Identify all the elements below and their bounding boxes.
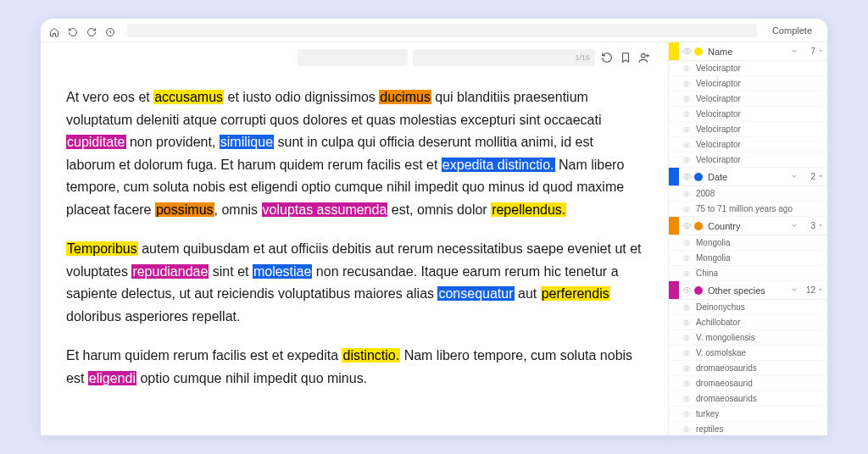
highlight-yellow[interactable]: repellendus. [491,202,566,217]
entity-item[interactable]: Velociraptor [669,107,827,122]
entity-item[interactable]: 2008 [669,186,827,202]
highlight-orange[interactable]: ducimus [379,90,431,104]
entity-item[interactable]: Deinonychus [669,300,827,315]
visibility-toggle-icon[interactable] [679,125,694,134]
category-header[interactable]: Name7 [669,42,827,61]
entity-item[interactable]: reptiles [669,422,827,435]
entity-item[interactable]: Achillobator [669,315,827,330]
chevron-down-icon[interactable] [790,221,802,231]
visibility-toggle-icon[interactable] [679,95,694,103]
entity-item[interactable]: V. osmolskae [669,346,827,361]
app-window: Complete 1/16 At vero eos et accusamus e… [41,19,827,435]
entity-item[interactable]: dromaeosaurids [669,361,827,376]
find-field-1[interactable] [298,49,408,66]
visibility-toggle-icon[interactable] [679,269,694,278]
entity-item[interactable]: dromaeosaurid [669,376,827,391]
entity-item[interactable]: Mongolia [669,251,827,266]
category-header[interactable]: Date2 [669,168,827,186]
entity-item[interactable]: turkey [669,407,827,422]
visibility-toggle-icon[interactable] [679,303,694,312]
visibility-toggle-icon[interactable] [679,410,694,418]
history-icon[interactable] [105,25,115,36]
complete-button[interactable]: Complete [765,24,819,37]
visibility-toggle-icon[interactable] [679,239,694,247]
visibility-toggle-icon[interactable] [679,334,694,342]
visibility-toggle-icon[interactable] [679,379,694,388]
caret-down-icon[interactable] [817,221,827,230]
visibility-toggle-icon[interactable] [679,47,694,56]
caret-down-icon[interactable] [817,172,827,181]
entity-item[interactable]: China [669,266,827,281]
category-color-stripe [669,42,679,60]
visibility-toggle-icon[interactable] [679,364,694,373]
visibility-toggle-icon[interactable] [679,64,694,73]
highlight-yellow[interactable]: perferendis [541,286,610,301]
visibility-toggle-icon[interactable] [679,395,694,403]
visibility-toggle-icon[interactable] [679,190,694,198]
highlight-magenta[interactable]: voluptas assumenda [262,202,388,217]
visibility-toggle-icon[interactable] [679,172,694,181]
visibility-toggle-icon[interactable] [679,254,694,263]
person-add-icon[interactable] [637,51,651,64]
entity-item[interactable]: Velociraptor [669,152,827,168]
category-header[interactable]: Other species12 [669,281,827,300]
svg-point-2 [686,50,688,53]
highlight-blue[interactable]: consequatur [437,286,514,301]
visibility-toggle-icon[interactable] [679,110,694,119]
entity-item[interactable]: Mongolia [669,235,827,251]
visibility-toggle-icon[interactable] [679,221,694,230]
entity-item[interactable]: dromaeosaurids [669,391,827,407]
highlight-blue[interactable]: molestiae [253,264,312,279]
highlight-magenta[interactable]: cupiditate [66,135,126,149]
refresh-icon[interactable] [86,25,97,36]
chevron-down-icon[interactable] [790,47,802,57]
entity-item[interactable]: Velociraptor [669,137,827,152]
svg-point-6 [686,113,688,115]
find-field-2[interactable]: 1/16 [413,49,595,66]
category-name: Country [708,221,790,231]
entity-label: V. mongoliensis [694,333,827,342]
highlight-blue[interactable]: expedita distinctio. [442,158,555,172]
highlight-magenta[interactable]: eligendi [88,371,136,385]
svg-point-24 [686,397,688,400]
reload-icon[interactable] [68,25,78,36]
entity-item[interactable]: Velociraptor [669,91,827,107]
category-count: 2 [802,172,817,181]
entity-label: Velociraptor [694,140,827,149]
category-header[interactable]: Country3 [669,217,827,235]
url-bar[interactable] [127,24,757,37]
visibility-toggle-icon[interactable] [679,205,694,213]
highlight-yellow[interactable]: accusamus [153,90,224,104]
entity-item[interactable]: V. mongoliensis [669,330,827,346]
chevron-down-icon[interactable] [790,172,802,182]
entity-label: dromaeosaurids [694,394,827,403]
find-refresh-icon[interactable] [600,51,614,64]
entity-item[interactable]: Velociraptor [669,61,827,76]
caret-down-icon[interactable] [817,285,827,295]
item-stripe [669,61,679,75]
visibility-toggle-icon[interactable] [679,156,694,164]
highlight-magenta[interactable]: repudiandae [131,264,209,279]
highlight-yellow[interactable]: distinctio. [342,348,400,363]
home-icon[interactable] [49,25,59,36]
visibility-toggle-icon[interactable] [679,349,694,357]
visibility-toggle-icon[interactable] [679,425,694,434]
visibility-toggle-icon[interactable] [679,80,694,88]
visibility-toggle-icon[interactable] [679,285,694,295]
item-stripe [669,235,679,250]
visibility-toggle-icon[interactable] [679,141,694,149]
bookmark-icon[interactable] [619,51,632,64]
entity-label: Velociraptor [694,94,827,103]
chevron-down-icon[interactable] [790,285,802,296]
item-stripe [669,330,679,345]
highlight-blue[interactable]: similique [220,135,274,149]
highlight-yellow[interactable]: Temporibus [66,241,138,256]
visibility-toggle-icon[interactable] [679,318,694,327]
highlight-orange[interactable]: possimus [155,202,214,217]
entity-item[interactable]: Velociraptor [669,76,827,91]
svg-point-17 [686,289,688,291]
svg-point-13 [686,224,688,227]
caret-down-icon[interactable] [817,47,827,56]
entity-item[interactable]: Velociraptor [669,122,827,137]
entity-item[interactable]: 75 to 71 million years ago [669,202,827,217]
